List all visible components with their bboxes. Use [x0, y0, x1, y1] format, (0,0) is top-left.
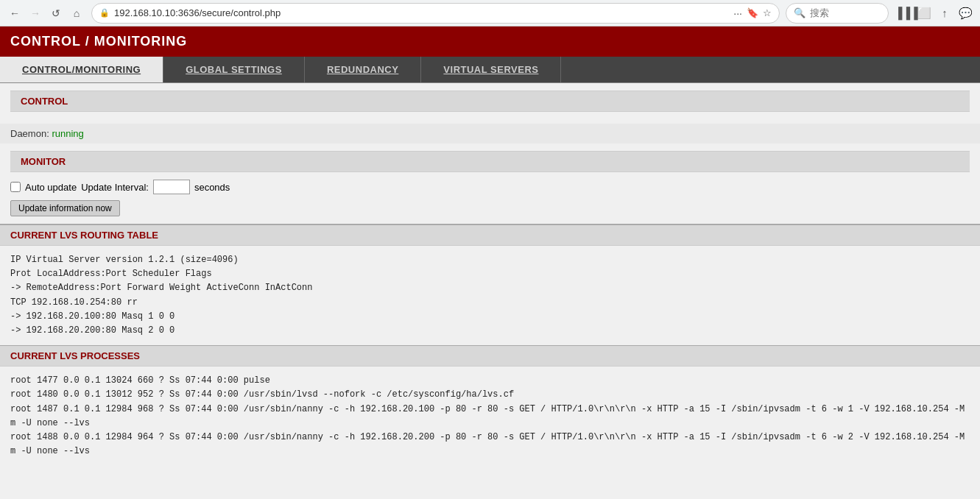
- routing-table-header: CURRENT LVS ROUTING TABLE: [0, 225, 980, 246]
- daemon-label: Daemon:: [10, 128, 49, 139]
- processes-section: CURRENT LVS PROCESSES root 1477 0.0 0.1 …: [0, 345, 980, 466]
- routing-table-content: IP Virtual Server version 1.2.1 (size=40…: [0, 246, 980, 345]
- browser-tools: ▐▐▐ ⬜ ↑ 💬: [895, 4, 974, 22]
- routing-table-section: CURRENT LVS ROUTING TABLE IP Virtual Ser…: [0, 224, 980, 345]
- back-button[interactable]: ←: [6, 4, 24, 22]
- control-section: CONTROL: [0, 83, 980, 124]
- home-button[interactable]: ⌂: [68, 4, 85, 22]
- routing-line-5: -> 192.168.20.100:80 Masq 1 0 0: [10, 310, 970, 324]
- daemon-status: running: [52, 128, 83, 139]
- monitor-section: MONITOR Auto update Update Interval: sec…: [0, 144, 980, 224]
- routing-line-3: -> RemoteAddress:Port Forward Weight Act…: [10, 281, 970, 295]
- forward-button[interactable]: →: [27, 4, 44, 22]
- control-section-header: CONTROL: [10, 91, 970, 112]
- page-header: CONTROL / MONITORING: [0, 26, 980, 57]
- routing-line-2: Prot LocalAddress:Port Scheduler Flags: [10, 267, 970, 281]
- star-icon[interactable]: ☆: [763, 7, 772, 18]
- tab-control-monitoring[interactable]: CONTROL/MONITORING: [0, 57, 163, 82]
- bookmark-icon[interactable]: 🔖: [747, 7, 758, 18]
- more-options-icon[interactable]: ···: [733, 7, 742, 19]
- tab-virtual-servers[interactable]: VIRTUAL SERVERS: [421, 57, 561, 82]
- address-bar: 🔒 ··· 🔖 ☆: [91, 3, 780, 24]
- reload-button[interactable]: ↺: [47, 4, 65, 22]
- processes-content: root 1477 0.0 0.1 13024 660 ? Ss 07:44 0…: [0, 367, 980, 466]
- update-interval-input[interactable]: [153, 180, 190, 194]
- page-title: CONTROL / MONITORING: [10, 34, 187, 49]
- share-icon[interactable]: ↑: [936, 4, 953, 22]
- search-bar: 🔍: [786, 3, 889, 24]
- process-line-4: root 1488 0.0 0.1 12984 964 ? Ss 07:44 0…: [10, 431, 970, 459]
- routing-line-4: TCP 192.168.10.254:80 rr: [10, 296, 970, 310]
- auto-update-label: Auto update: [25, 182, 77, 193]
- process-line-2: root 1480 0.0 0.1 13012 952 ? Ss 07:44 0…: [10, 388, 970, 402]
- url-input[interactable]: [114, 7, 729, 18]
- lock-icon: 🔒: [99, 8, 110, 18]
- update-info-button[interactable]: Update information now: [10, 200, 120, 216]
- main-content: CONTROL Daemon: running MONITOR Auto upd…: [0, 83, 980, 466]
- search-icon: 🔍: [794, 7, 805, 18]
- daemon-row: Daemon: running: [0, 124, 980, 144]
- control-label: CONTROL: [21, 96, 68, 107]
- seconds-label: seconds: [194, 182, 230, 193]
- tab-bar: CONTROL/MONITORING GLOBAL SETTINGS REDUN…: [0, 57, 980, 83]
- tab-redundancy[interactable]: REDUNDANCY: [305, 57, 421, 82]
- process-line-3: root 1487 0.1 0.1 12984 968 ? Ss 07:44 0…: [10, 403, 970, 431]
- monitor-section-header: MONITOR: [10, 151, 970, 172]
- processes-label: CURRENT LVS PROCESSES: [10, 350, 140, 361]
- process-line-1: root 1477 0.0 0.1 13024 660 ? Ss 07:44 0…: [10, 374, 970, 388]
- routing-line-1: IP Virtual Server version 1.2.1 (size=40…: [10, 253, 970, 267]
- update-interval-label: Update Interval:: [81, 182, 149, 193]
- routing-table-label: CURRENT LVS ROUTING TABLE: [10, 230, 158, 241]
- nav-buttons: ← → ↺ ⌂: [6, 4, 85, 22]
- auto-update-checkbox[interactable]: [10, 182, 21, 192]
- monitor-controls: Auto update Update Interval: seconds: [10, 180, 970, 194]
- browser-chrome: ← → ↺ ⌂ 🔒 ··· 🔖 ☆ 🔍 ▐▐▐ ⬜ ↑ 💬: [0, 0, 980, 26]
- reading-list-icon[interactable]: ▐▐▐: [895, 4, 912, 22]
- routing-line-6: -> 192.168.20.200:80 Masq 2 0 0: [10, 324, 970, 338]
- chat-icon[interactable]: 💬: [956, 4, 974, 22]
- search-input[interactable]: [810, 7, 881, 18]
- split-view-icon[interactable]: ⬜: [915, 4, 933, 22]
- processes-header: CURRENT LVS PROCESSES: [0, 346, 980, 367]
- monitor-label: MONITOR: [21, 156, 66, 167]
- tab-global-settings[interactable]: GLOBAL SETTINGS: [163, 57, 305, 82]
